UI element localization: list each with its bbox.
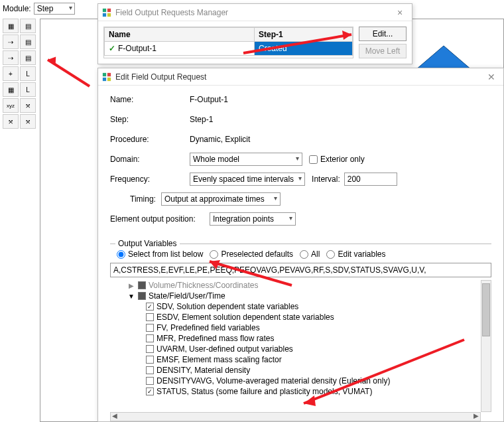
tool-btn-5a[interactable]: ▦ bbox=[3, 82, 19, 97]
col-step[interactable]: Step-1 bbox=[254, 28, 352, 42]
radio-all[interactable]: All bbox=[300, 249, 320, 259]
module-select[interactable]: Step bbox=[34, 3, 75, 15]
tree-label: MFR, Predefined mass flow rates bbox=[157, 334, 274, 343]
edit-title: Edit Field Output Request bbox=[115, 72, 206, 82]
tool-btn-6b[interactable]: ⤧ bbox=[20, 98, 36, 113]
manager-titlebar[interactable]: Field Output Requests Manager × bbox=[98, 4, 412, 21]
tree-checkbox[interactable] bbox=[146, 324, 154, 332]
tool-btn-2b[interactable]: ▤ bbox=[20, 35, 36, 49]
edit-titlebar[interactable]: Edit Field Output Request ✕ bbox=[98, 68, 503, 86]
procedure-value: Dynamic, Explicit bbox=[190, 135, 250, 144]
tool-btn-7b[interactable]: ⤧ bbox=[20, 114, 36, 129]
row-name: F-Output-1 bbox=[118, 44, 157, 53]
edit-button[interactable]: Edit... bbox=[359, 27, 407, 41]
module-value: Step bbox=[37, 4, 54, 13]
row-status[interactable]: Created bbox=[254, 42, 352, 56]
tree-item[interactable]: STATUS, Status (some failure and plastic… bbox=[110, 386, 481, 397]
col-name[interactable]: Name bbox=[105, 28, 255, 42]
tree-item[interactable]: ▶Volume/Thickness/Coordinates bbox=[110, 280, 481, 291]
tree-checkbox[interactable] bbox=[146, 366, 154, 374]
tool-btn-1b[interactable]: ▤ bbox=[20, 19, 36, 33]
table-row[interactable]: ✓F-Output-1 Created bbox=[105, 42, 353, 56]
variables-tree[interactable]: ▶Volume/Thickness/Coordinates▼State/Fiel… bbox=[110, 280, 491, 421]
tree-label: Volume/Thickness/Coordinates bbox=[149, 281, 258, 290]
variables-input[interactable] bbox=[110, 263, 491, 277]
elem-pos-select[interactable]: Integration points bbox=[210, 212, 296, 226]
app-icon bbox=[102, 8, 111, 17]
step-value: Step-1 bbox=[190, 115, 213, 124]
tree-label: STATUS, Status (some failure and plastic… bbox=[157, 387, 372, 396]
tree-label: ESDV, Element solution dependent state v… bbox=[157, 313, 334, 322]
timing-select[interactable]: Output at approximate times bbox=[161, 192, 281, 206]
output-variables-group: Output Variables bbox=[115, 239, 180, 248]
radio-edit-vars[interactable]: Edit variables bbox=[326, 249, 385, 259]
left-toolbar: ▦▤ ⇢▤ ⇢▤ +L ▦L xyz⤧ ⤧⤧ bbox=[3, 19, 36, 129]
tree-label: DENSITY, Material density bbox=[157, 366, 250, 375]
scrollbar-thumb[interactable] bbox=[482, 283, 490, 336]
svg-rect-8 bbox=[107, 77, 111, 80]
svg-rect-1 bbox=[103, 8, 106, 11]
tree-checkbox[interactable] bbox=[138, 281, 146, 289]
move-left-button: Move Left bbox=[359, 44, 407, 58]
interval-input[interactable]: 200 bbox=[344, 173, 397, 186]
tree-checkbox[interactable] bbox=[146, 334, 154, 342]
exterior-only-checkbox[interactable]: Exterior only bbox=[309, 155, 365, 164]
name-label: Name: bbox=[110, 95, 190, 104]
check-icon: ✓ bbox=[109, 44, 118, 53]
tree-label: EMSF, Element mass scaling factor bbox=[157, 355, 282, 364]
tool-btn-5b[interactable]: L bbox=[20, 82, 36, 97]
expand-arrow-icon[interactable]: ▶ bbox=[127, 282, 135, 289]
horizontal-scrollbar[interactable] bbox=[110, 412, 481, 421]
vertical-scrollbar[interactable] bbox=[481, 280, 491, 412]
close-icon[interactable]: ✕ bbox=[483, 72, 499, 82]
tree-item[interactable]: ESDV, Element solution dependent state v… bbox=[110, 312, 481, 322]
name-value: F-Output-1 bbox=[190, 95, 228, 104]
tree-label: DENSITYVAVG, Volume-averaged material de… bbox=[157, 376, 390, 386]
field-output-manager-dialog: Field Output Requests Manager × Name Ste… bbox=[97, 3, 412, 64]
tool-btn-3b[interactable]: ▤ bbox=[20, 50, 36, 65]
tree-checkbox[interactable] bbox=[146, 356, 154, 364]
tree-checkbox[interactable] bbox=[146, 345, 154, 353]
svg-rect-5 bbox=[103, 72, 106, 76]
tree-item[interactable]: DENSITYVAVG, Volume-averaged material de… bbox=[110, 376, 481, 386]
interval-label: Interval: bbox=[312, 175, 340, 184]
procedure-label: Procedure: bbox=[110, 135, 190, 144]
tree-checkbox[interactable] bbox=[146, 303, 154, 311]
tree-item[interactable]: FV, Predefined field variables bbox=[110, 322, 481, 333]
tree-item[interactable]: SDV, Solution dependent state variables bbox=[110, 301, 481, 312]
tool-btn-1a[interactable]: ▦ bbox=[3, 19, 19, 33]
svg-rect-3 bbox=[103, 13, 106, 16]
tree-item[interactable]: UVARM, User-defined output variables bbox=[110, 344, 481, 354]
manager-table[interactable]: Name Step-1 ✓F-Output-1 Created bbox=[103, 27, 353, 58]
svg-rect-2 bbox=[107, 8, 111, 11]
domain-label: Domain: bbox=[110, 155, 190, 164]
svg-rect-6 bbox=[107, 72, 111, 76]
tree-label: UVARM, User-defined output variables bbox=[157, 344, 293, 354]
tool-btn-7a[interactable]: ⤧ bbox=[3, 114, 19, 129]
domain-select[interactable]: Whole model bbox=[190, 153, 302, 166]
expand-arrow-icon[interactable]: ▼ bbox=[127, 293, 135, 300]
tool-btn-6a[interactable]: xyz bbox=[3, 98, 19, 113]
app-icon bbox=[102, 72, 111, 82]
tree-checkbox[interactable] bbox=[138, 292, 146, 300]
tool-btn-2a[interactable]: ⇢ bbox=[3, 35, 19, 49]
timing-label: Timing: bbox=[130, 194, 156, 204]
frequency-select[interactable]: Evenly spaced time intervals bbox=[190, 173, 305, 186]
close-icon[interactable]: × bbox=[392, 7, 408, 18]
tree-item[interactable]: MFR, Predefined mass flow rates bbox=[110, 333, 481, 344]
tree-item[interactable]: DENSITY, Material density bbox=[110, 365, 481, 376]
tool-btn-4a[interactable]: + bbox=[3, 66, 19, 81]
tool-btn-3a[interactable]: ⇢ bbox=[3, 50, 19, 65]
svg-rect-7 bbox=[103, 77, 106, 80]
radio-select-list[interactable]: Select from list below bbox=[117, 249, 203, 259]
tree-label: FV, Predefined field variables bbox=[157, 323, 260, 332]
tree-checkbox[interactable] bbox=[146, 313, 154, 321]
tree-item[interactable]: EMSF, Element mass scaling factor bbox=[110, 354, 481, 365]
tree-checkbox[interactable] bbox=[146, 377, 154, 385]
tree-item[interactable]: ▼State/Field/User/Time bbox=[110, 291, 481, 301]
tree-checkbox[interactable] bbox=[146, 387, 154, 395]
frequency-label: Frequency: bbox=[110, 175, 190, 184]
svg-rect-4 bbox=[107, 13, 111, 16]
radio-preselected[interactable]: Preselected defaults bbox=[210, 249, 293, 259]
tool-btn-4b[interactable]: L bbox=[20, 66, 36, 81]
